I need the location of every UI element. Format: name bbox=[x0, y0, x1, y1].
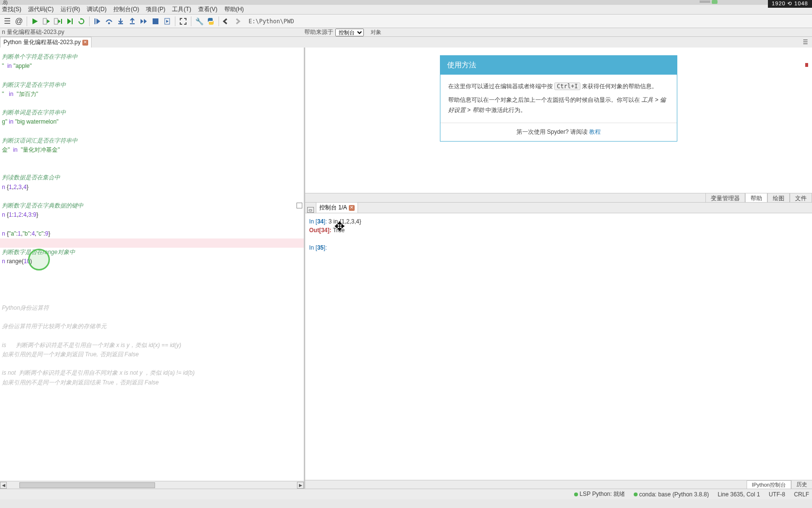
help-body: 在这里你可以通过在编辑器或者终端中按 Ctrl+I 来获得任何对象的帮助信息。 … bbox=[440, 75, 677, 123]
forward-icon[interactable] bbox=[233, 16, 244, 27]
menu-find[interactable]: 查找(S) bbox=[2, 5, 21, 14]
svg-marker-4 bbox=[58, 19, 61, 23]
at-icon[interactable]: @ bbox=[14, 16, 24, 27]
svg-marker-2 bbox=[47, 19, 50, 23]
editor-tab-row: Python 量化编程基础-2023.py ✕ ☰ bbox=[0, 37, 812, 48]
console-collapse-icon[interactable]: ▭ bbox=[307, 207, 314, 213]
help-pane: 使用方法 在这里你可以通过在编辑器或者终端中按 Ctrl+I 来获得任何对象的帮… bbox=[305, 48, 812, 193]
status-line[interactable]: Line 3635, Col 1 bbox=[718, 491, 760, 498]
tab-plots[interactable]: 绘图 bbox=[767, 193, 790, 202]
run-selection-icon[interactable] bbox=[64, 16, 75, 27]
svg-marker-0 bbox=[32, 18, 38, 24]
menu-tools[interactable]: 工具(T) bbox=[172, 5, 191, 14]
close-icon[interactable]: ✕ bbox=[349, 205, 355, 211]
help-source-select[interactable]: 控制台 bbox=[335, 29, 364, 36]
working-dir-path[interactable]: E:\Python\PWD bbox=[249, 18, 294, 25]
splitter-handle[interactable] bbox=[297, 203, 302, 208]
editor-hscroll[interactable]: ◀ ▶ bbox=[0, 481, 304, 489]
menu-project[interactable]: 项目(P) bbox=[146, 5, 165, 14]
back-icon[interactable] bbox=[221, 16, 232, 27]
title-track bbox=[700, 0, 710, 3]
status-eol[interactable]: CRLF bbox=[794, 491, 809, 498]
scroll-right-icon[interactable]: ▶ bbox=[297, 482, 304, 489]
svg-point-11 bbox=[108, 22, 110, 24]
scroll-left-icon[interactable]: ◀ bbox=[0, 482, 7, 489]
scroll-thumb[interactable] bbox=[19, 482, 155, 488]
title-text: .8) bbox=[2, 0, 8, 5]
toolbar: ☰ @ 🔧 E:\Python\PWD bbox=[0, 15, 812, 28]
stop-icon[interactable] bbox=[150, 16, 161, 27]
console-tab[interactable]: 控制台 1/A ✕ bbox=[316, 202, 358, 213]
menu-view[interactable]: 查看(V) bbox=[198, 5, 218, 14]
svg-marker-14 bbox=[141, 19, 143, 24]
step-out-icon[interactable] bbox=[127, 16, 138, 27]
tab-history[interactable]: 历史 bbox=[791, 480, 812, 489]
rerun-icon[interactable] bbox=[76, 16, 87, 27]
run-cell-next-icon[interactable] bbox=[53, 16, 63, 27]
kbd-shortcut: Ctrl+I bbox=[554, 82, 580, 90]
run-icon[interactable] bbox=[30, 16, 40, 27]
code-editor[interactable]: 判断单个字符是否在字符串中" in "apple" 判断汉字是否在字符串中" i… bbox=[0, 48, 304, 481]
console-tab-label: 控制台 1/A bbox=[319, 204, 347, 212]
help-card: 使用方法 在这里你可以通过在编辑器或者终端中按 Ctrl+I 来获得任何对象的帮… bbox=[440, 55, 677, 142]
editor-options-icon[interactable]: ☰ bbox=[803, 39, 808, 46]
svg-rect-12 bbox=[118, 23, 123, 24]
wrench-icon[interactable]: 🔧 bbox=[194, 16, 204, 27]
tab-ipython-console[interactable]: IPython控制台 bbox=[747, 480, 791, 489]
menu-icon[interactable]: ☰ bbox=[2, 16, 13, 27]
continue-icon[interactable] bbox=[139, 16, 149, 27]
debug-play-icon[interactable] bbox=[92, 16, 103, 27]
svg-rect-5 bbox=[61, 19, 62, 24]
tutorial-link[interactable]: 教程 bbox=[589, 128, 601, 135]
status-dot-icon bbox=[634, 492, 638, 496]
svg-marker-18 bbox=[166, 20, 169, 23]
help-marker bbox=[805, 63, 808, 67]
right-mid-tabs: 变量管理器 帮助 绘图 文件 bbox=[305, 193, 812, 203]
svg-rect-16 bbox=[153, 18, 158, 24]
help-footer: 第一次使用 Spyder? 请阅读 教程 bbox=[440, 123, 677, 141]
status-lsp[interactable]: LSP Python: 就绪 bbox=[574, 490, 625, 498]
python-icon[interactable] bbox=[205, 16, 216, 27]
help-object-label: 对象 bbox=[371, 29, 381, 36]
svg-marker-6 bbox=[67, 18, 71, 24]
svg-marker-15 bbox=[144, 19, 147, 24]
tab-help[interactable]: 帮助 bbox=[745, 193, 767, 202]
right-pane: 使用方法 在这里你可以通过在编辑器或者终端中按 Ctrl+I 来获得任何对象的帮… bbox=[304, 48, 812, 489]
ipython-console[interactable]: In [34]: 3 in {1,2,3,4} Out[34]: True In… bbox=[305, 213, 812, 480]
breadcrumb: n 量化编程基础-2023.py bbox=[2, 28, 64, 36]
status-conda[interactable]: conda: base (Python 3.8.8) bbox=[634, 491, 709, 498]
editor-tab[interactable]: Python 量化编程基础-2023.py ✕ bbox=[0, 37, 92, 48]
menu-help[interactable]: 帮助(H) bbox=[224, 5, 244, 14]
svg-marker-10 bbox=[96, 18, 100, 24]
status-bar: LSP Python: 就绪 conda: base (Python 3.8.8… bbox=[0, 489, 812, 499]
menu-run[interactable]: 运行(R) bbox=[61, 5, 80, 14]
svg-rect-7 bbox=[72, 18, 73, 24]
step-over-icon[interactable] bbox=[104, 16, 114, 27]
title-bar: .8) 1920 ⟲ 1048 bbox=[0, 0, 812, 5]
tab-variable-explorer[interactable]: 变量管理器 bbox=[705, 193, 745, 202]
breadcrumb-row: n 量化编程基础-2023.py 帮助来源于 控制台 对象 bbox=[0, 28, 812, 37]
svg-marker-8 bbox=[80, 18, 83, 20]
status-encoding[interactable]: UTF-8 bbox=[769, 491, 785, 498]
title-button[interactable] bbox=[712, 0, 718, 4]
menu-source[interactable]: 源代码(C) bbox=[28, 5, 54, 14]
dimension-badge: 1920 ⟲ 1048 bbox=[768, 0, 812, 8]
main-split: 判断单个字符是否在字符串中" in "apple" 判断汉字是否在字符串中" i… bbox=[0, 48, 812, 489]
help-title: 使用方法 bbox=[440, 56, 677, 75]
run-cell-icon[interactable] bbox=[41, 16, 52, 27]
menu-bar: 查找(S) 源代码(C) 运行(R) 调试(D) 控制台(O) 项目(P) 工具… bbox=[0, 5, 812, 15]
help-source: 帮助来源于 控制台 对象 bbox=[304, 28, 381, 36]
close-icon[interactable]: ✕ bbox=[82, 40, 88, 46]
status-dot-icon bbox=[574, 492, 578, 496]
svg-rect-13 bbox=[130, 23, 135, 24]
tab-files[interactable]: 文件 bbox=[790, 193, 812, 202]
help-source-label: 帮助来源于 bbox=[304, 28, 333, 36]
maximize-icon[interactable] bbox=[178, 16, 188, 27]
menu-debug[interactable]: 调试(D) bbox=[87, 5, 107, 14]
svg-rect-3 bbox=[54, 18, 58, 24]
console-tab-row: ▭ 控制台 1/A ✕ bbox=[305, 203, 812, 213]
menu-console[interactable]: 控制台(O) bbox=[113, 5, 139, 14]
step-in-icon[interactable] bbox=[115, 16, 126, 27]
svg-rect-9 bbox=[94, 18, 95, 24]
debug-file-icon[interactable] bbox=[162, 16, 172, 27]
